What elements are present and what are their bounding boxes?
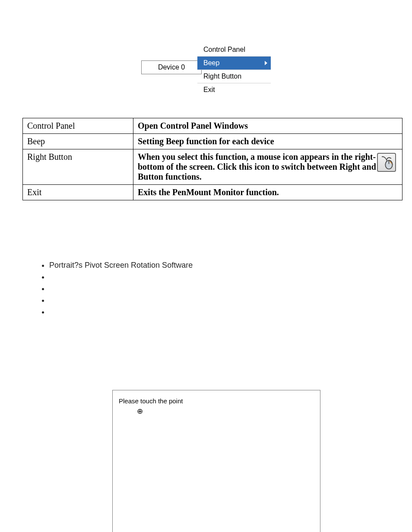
menu-item-right-button[interactable]: Right Button: [197, 70, 271, 83]
menu-item-exit[interactable]: Exit: [197, 83, 271, 96]
row-label: Control Panel: [23, 118, 133, 134]
rotation-software-list: Portrait?s Pivot Screen Rotation Softwar…: [39, 261, 403, 317]
row-label: Right Button: [23, 149, 133, 185]
row-desc: When you select this function, a mouse i…: [133, 149, 402, 185]
menu-item-beep-label: Beep: [203, 59, 219, 66]
mouse-icon: [377, 153, 396, 172]
menu-item-control-panel[interactable]: Control Panel: [197, 43, 271, 57]
calibration-target-icon: ⊕: [137, 407, 143, 416]
calibration-prompt: Please touch the point: [119, 397, 183, 405]
row-desc: Exits the PenMount Monitor function.: [133, 185, 402, 200]
list-item: [49, 284, 403, 293]
submenu-arrow-icon: [265, 61, 267, 65]
table-row: Beep Setting Beep function for each devi…: [23, 134, 402, 149]
menu-description-table: Control Panel Open Control Panel Windows…: [22, 118, 402, 200]
list-item: [49, 307, 403, 317]
row-label: Exit: [23, 185, 133, 200]
submenu-item-device[interactable]: Device 0: [141, 60, 202, 74]
table-row: Control Panel Open Control Panel Windows: [23, 118, 402, 134]
row-desc: Open Control Panel Windows: [133, 118, 402, 134]
list-item: [49, 272, 403, 282]
row-label: Beep: [23, 134, 133, 149]
menu-item-beep[interactable]: Beep: [197, 57, 271, 70]
list-item: Portrait?s Pivot Screen Rotation Softwar…: [49, 261, 403, 270]
context-menu: Device 0 Control Panel Beep Right Button…: [141, 43, 271, 96]
table-row: Right Button When you select this functi…: [23, 149, 402, 185]
calibration-screenshot: Please touch the point ⊕: [112, 390, 320, 532]
list-item: [49, 296, 403, 305]
table-row: Exit Exits the PenMount Monitor function…: [23, 185, 402, 200]
row-desc-text: When you select this function, a mouse i…: [138, 152, 393, 181]
row-desc: Setting Beep function for each device: [133, 134, 402, 149]
